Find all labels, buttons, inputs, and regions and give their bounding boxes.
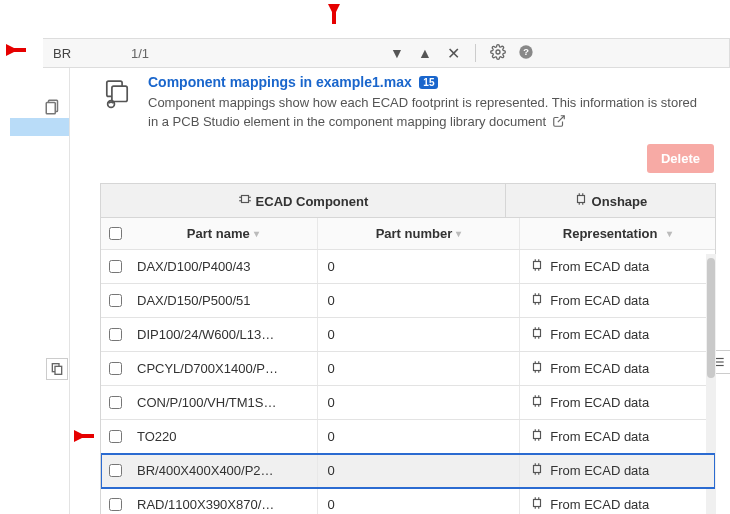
sidebar-selected-item[interactable] bbox=[10, 118, 69, 136]
cell-part-number: 0 bbox=[318, 352, 521, 385]
svg-rect-14 bbox=[241, 195, 248, 202]
chip-icon bbox=[530, 292, 544, 309]
col-part-number[interactable]: Part number▾ bbox=[318, 218, 521, 249]
row-checkbox[interactable] bbox=[109, 294, 122, 307]
row-checkbox[interactable] bbox=[109, 464, 122, 477]
find-close-icon[interactable]: ✕ bbox=[443, 44, 463, 63]
help-icon[interactable]: ? bbox=[516, 44, 536, 63]
svg-line-13 bbox=[558, 116, 564, 122]
chip-icon bbox=[530, 326, 544, 343]
chip-icon bbox=[530, 462, 544, 479]
scrollbar-thumb[interactable] bbox=[707, 258, 715, 378]
open-external-icon[interactable] bbox=[552, 114, 566, 134]
chip-icon bbox=[530, 258, 544, 275]
col-representation[interactable]: Representation▾ bbox=[520, 218, 715, 249]
table-row[interactable]: DAX/D100/P400/430From ECAD data bbox=[101, 250, 715, 284]
table-row[interactable]: TO2200From ECAD data bbox=[101, 420, 715, 454]
row-checkbox[interactable] bbox=[109, 328, 122, 341]
chip-icon bbox=[530, 394, 544, 411]
svg-point-0 bbox=[496, 50, 500, 54]
col-part-name[interactable]: Part name▾ bbox=[129, 218, 318, 249]
svg-rect-24 bbox=[534, 261, 541, 268]
left-sidebar bbox=[0, 68, 70, 514]
panel-description: Component mappings show how each ECAD fo… bbox=[148, 94, 708, 134]
cell-part-number: 0 bbox=[318, 488, 521, 514]
sort-icon: ▾ bbox=[254, 228, 259, 239]
component-library-icon[interactable] bbox=[46, 358, 68, 380]
svg-rect-54 bbox=[534, 465, 541, 472]
cell-representation[interactable]: From ECAD data bbox=[520, 250, 715, 283]
main-panel: Component mappings in example1.max 15 Co… bbox=[100, 74, 716, 514]
table-row[interactable]: DIP100/24/W600/L13…0From ECAD data bbox=[101, 318, 715, 352]
component-mappings-icon bbox=[100, 74, 136, 113]
row-checkbox[interactable] bbox=[109, 430, 122, 443]
row-checkbox[interactable] bbox=[109, 362, 122, 375]
column-group-ecad: ECAD Component bbox=[101, 184, 506, 217]
panel-header: Component mappings in example1.max 15 Co… bbox=[100, 74, 716, 134]
mappings-table: ECAD Component Onshape Part name▾ Part n… bbox=[100, 183, 716, 514]
cell-part-name: CPCYL/D700X1400/P… bbox=[129, 352, 318, 385]
chip-icon bbox=[238, 194, 256, 209]
cell-part-name: DAX/D150/P500/51 bbox=[129, 284, 318, 317]
row-checkbox[interactable] bbox=[109, 260, 122, 273]
table-header-row: Part name▾ Part number▾ Representation▾ bbox=[101, 218, 715, 250]
cell-part-number: 0 bbox=[318, 420, 521, 453]
documents-icon[interactable] bbox=[44, 98, 62, 119]
annotation-arrow-next bbox=[328, 4, 340, 34]
cell-representation[interactable]: From ECAD data bbox=[520, 420, 715, 453]
chip-icon bbox=[530, 360, 544, 377]
count-badge: 15 bbox=[419, 76, 438, 89]
delete-button[interactable]: Delete bbox=[647, 144, 714, 173]
chip-icon bbox=[530, 496, 544, 513]
cell-part-name: CON/P/100/VH/TM1S… bbox=[129, 386, 318, 419]
cell-representation[interactable]: From ECAD data bbox=[520, 488, 715, 514]
cell-part-name: DAX/D100/P400/43 bbox=[129, 250, 318, 283]
table-row[interactable]: BR/400X400X400/P2…0From ECAD data bbox=[101, 454, 715, 488]
separator bbox=[475, 44, 476, 62]
cell-part-name: TO220 bbox=[129, 420, 318, 453]
select-all-checkbox[interactable] bbox=[109, 227, 122, 240]
svg-rect-44 bbox=[534, 397, 541, 404]
chip-icon bbox=[530, 428, 544, 445]
svg-rect-59 bbox=[534, 499, 541, 506]
cell-part-number: 0 bbox=[318, 250, 521, 283]
cell-representation[interactable]: From ECAD data bbox=[520, 386, 715, 419]
find-query[interactable]: BR bbox=[53, 46, 113, 61]
row-checkbox[interactable] bbox=[109, 396, 122, 409]
panel-title: Component mappings in example1.max bbox=[148, 74, 412, 90]
cell-representation[interactable]: From ECAD data bbox=[520, 454, 715, 487]
find-next-icon[interactable]: ▼ bbox=[387, 45, 407, 61]
sort-icon: ▾ bbox=[456, 228, 461, 239]
find-bar: BR 1/1 ▼ ▲ ✕ ? bbox=[43, 38, 730, 68]
annotation-arrow-findbar bbox=[6, 44, 36, 56]
find-counter: 1/1 bbox=[131, 46, 251, 61]
find-prev-icon[interactable]: ▲ bbox=[415, 45, 435, 61]
cell-part-name: DIP100/24/W600/L13… bbox=[129, 318, 318, 351]
annotation-arrow-match-row bbox=[74, 430, 104, 442]
row-checkbox[interactable] bbox=[109, 498, 122, 511]
cell-representation[interactable]: From ECAD data bbox=[520, 352, 715, 385]
sort-icon: ▾ bbox=[667, 228, 672, 239]
table-row[interactable]: CPCYL/D700X1400/P…0From ECAD data bbox=[101, 352, 715, 386]
svg-text:?: ? bbox=[523, 47, 529, 57]
table-row[interactable]: DAX/D150/P500/510From ECAD data bbox=[101, 284, 715, 318]
table-row[interactable]: RAD/1100X390X870/…0From ECAD data bbox=[101, 488, 715, 514]
table-row[interactable]: CON/P/100/VH/TM1S…0From ECAD data bbox=[101, 386, 715, 420]
svg-rect-4 bbox=[46, 103, 55, 114]
cell-representation[interactable]: From ECAD data bbox=[520, 318, 715, 351]
cell-part-name: RAD/1100X390X870/… bbox=[129, 488, 318, 514]
cell-part-number: 0 bbox=[318, 454, 521, 487]
cell-representation[interactable]: From ECAD data bbox=[520, 284, 715, 317]
column-group-onshape: Onshape bbox=[506, 184, 715, 217]
cell-part-number: 0 bbox=[318, 318, 521, 351]
svg-rect-6 bbox=[55, 366, 62, 374]
svg-rect-49 bbox=[534, 431, 541, 438]
cell-part-number: 0 bbox=[318, 284, 521, 317]
settings-gear-icon[interactable] bbox=[488, 44, 508, 63]
svg-rect-34 bbox=[534, 329, 541, 336]
svg-rect-19 bbox=[577, 195, 584, 202]
svg-rect-11 bbox=[112, 86, 127, 101]
onshape-icon bbox=[574, 194, 592, 209]
svg-rect-29 bbox=[534, 295, 541, 302]
svg-rect-39 bbox=[534, 363, 541, 370]
